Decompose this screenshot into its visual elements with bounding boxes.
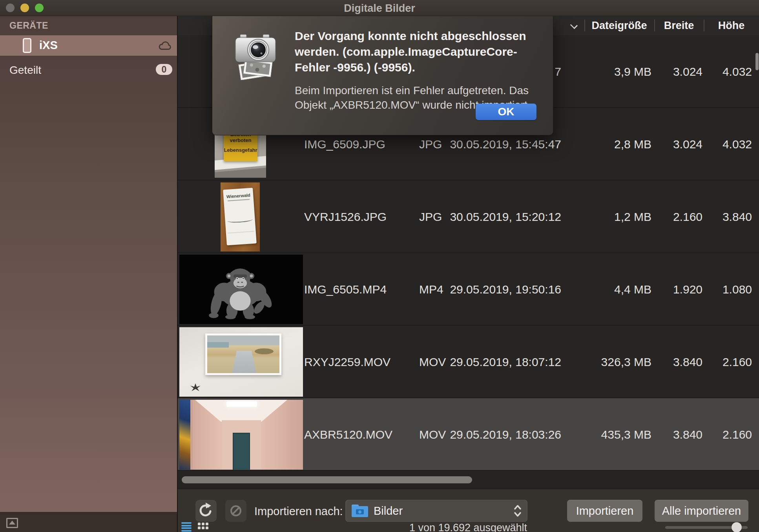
cell-width: 3.024 [655,65,702,78]
popup-chevrons-icon [513,504,522,519]
thumbnail-gorilla-cartoon [179,255,303,324]
sidebar-item-ixs-device[interactable]: iXS [0,35,177,56]
artwork-edge [190,400,193,470]
wall-artwork [179,400,191,470]
dialog-title: Der Vorgang konnte nicht abgeschlossen w… [295,28,546,75]
cell-height: 2.160 [705,355,752,369]
import-button[interactable]: Importieren [567,500,642,522]
import-all-button[interactable]: Alle importieren [655,500,748,522]
table-row[interactable]: VYRJ1526.JPG JPG 30.05.2019, 15:20:12 1,… [178,180,759,253]
destination-popup[interactable]: Bilder [345,500,527,522]
cell-filename: IMG_6509.JPG [304,138,418,151]
cell-width: 3.024 [655,138,702,151]
title-bar: Digitale Bilder [0,0,759,16]
sidebar-bottom-bar [0,512,177,532]
plant-silhouette [190,383,201,391]
ceiling-lamp [226,401,257,407]
grid-view-icon[interactable] [198,523,210,530]
cell-width: 3.840 [655,355,702,369]
chevron-down-icon[interactable] [570,22,579,28]
bottom-toolbar: Importieren nach: Bilder Importieren All… [178,488,759,532]
error-dialog-sheet: Der Vorgang konnte nicht abgeschlossen w… [212,16,553,135]
column-header-filesize[interactable]: Dateigröße [584,16,654,35]
thumbnail-beach-picture [179,327,303,397]
import-to-label: Importieren nach: [254,505,343,518]
cell-filesize: 3,9 MB [585,65,651,78]
cell-height: 2.160 [705,428,752,441]
cell-date: 30.05.2019, 15:20:12 [437,210,561,224]
cell-filename: RXYJ2259.MOV [304,355,418,369]
cell-width: 1.920 [655,283,702,296]
list-view-icon[interactable] [181,522,192,531]
gorilla-illustration [203,259,277,320]
cell-width: 3.840 [655,428,702,441]
cell-date: 29.05.2019, 18:07:12 [437,355,561,369]
thumbnail-size-slider[interactable] [665,522,748,532]
rotate-left-icon [195,500,217,522]
picture-frame [205,333,281,375]
cloud-icon [157,40,172,53]
thumbnail-napkin-photo: Wienerwald [221,182,260,251]
cell-height: 4.032 [705,65,752,78]
destination-value: Bilder [374,505,403,517]
cell-filename: AXBR5120.MOV [304,428,418,441]
shared-count-badge: 0 [156,64,172,75]
napkin-brand-text: Wienerwald [223,192,254,199]
rotate-left-button[interactable] [195,500,217,522]
delete-blocked-button[interactable] [225,500,246,522]
cell-filesize: 435,3 MB [585,428,651,441]
cell-date: 29.05.2019, 19:50:16 [437,283,561,296]
image-capture-camera-icon [234,33,278,82]
iphone-icon [23,38,31,53]
selection-status: 1 von 19.692 ausgewählt [352,522,584,532]
thumbnail-hallway [179,400,303,470]
cell-date: 29.05.2019, 18:03:26 [437,428,561,441]
cell-height: 1.080 [705,283,752,296]
cell-width: 2.160 [655,210,702,224]
cell-filesize: 1,2 MB [585,210,651,224]
sidebar-item-shared[interactable]: Geteilt 0 [0,60,177,80]
no-entry-icon [225,500,246,522]
shared-label: Geteilt [9,64,41,77]
door [233,433,250,470]
cell-filename: VYRJ1526.JPG [304,210,418,224]
pictures-folder-icon [352,505,368,517]
sidebar-section-devices: GERÄTE [9,20,48,31]
sidebar: GERÄTE iXS Geteilt 0 [0,16,178,532]
device-name: iXS [39,39,58,52]
window-title: Digitale Bilder [0,2,759,15]
cell-date: 30.05.2019, 15:45:47 [437,138,561,151]
vertical-scrollbar-thumb[interactable] [755,53,759,70]
cell-filesize: 4,4 MB [585,283,651,296]
slider-knob[interactable] [732,522,742,532]
cell-filesize: 2,8 MB [585,138,651,151]
horizontal-scrollbar-thumb[interactable] [182,476,472,483]
column-header-width[interactable]: Breite [654,16,704,35]
image-capture-window: GERÄTE iXS Geteilt 0 Dateigröße Breite [0,0,759,532]
column-header-height[interactable]: Höhe [704,16,759,35]
napkin: Wienerwald [223,188,257,246]
cell-filesize: 326,3 MB [585,355,651,369]
cell-height: 3.840 [705,210,752,224]
cell-height: 4.032 [705,138,752,151]
horizontal-scrollbar [178,473,759,488]
cell-filename: IMG_6505.MP4 [304,283,418,296]
ok-button[interactable]: OK [476,104,536,120]
device-panel-toggle-icon[interactable] [6,518,18,528]
